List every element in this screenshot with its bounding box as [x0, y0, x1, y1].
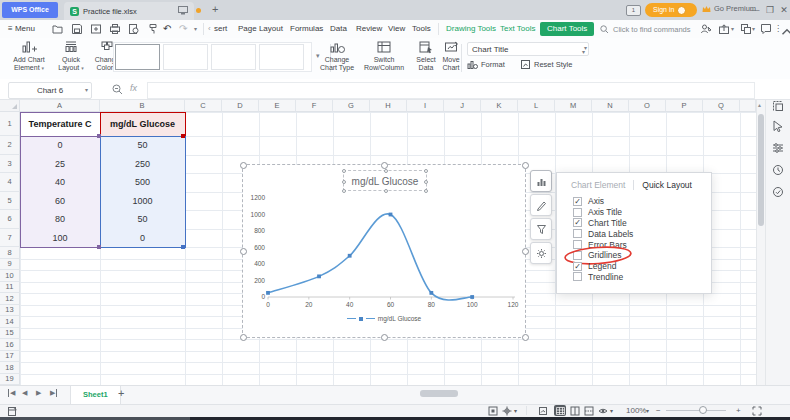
zoom-slider-track[interactable]: [666, 410, 726, 411]
redo-icon[interactable]: ↷: [179, 20, 187, 38]
zoom-out-button[interactable]: −: [656, 406, 661, 416]
column-header-J[interactable]: J: [444, 100, 481, 112]
row-header-8[interactable]: 8: [0, 247, 20, 259]
reading-eye-icon[interactable]: [598, 406, 608, 416]
chart-selection-handle[interactable]: [522, 334, 529, 341]
chart-selection-handle[interactable]: [522, 248, 529, 255]
change-chart-type-button[interactable]: Change Chart Type: [316, 40, 358, 73]
cell-A1[interactable]: Temperature C: [20, 112, 100, 136]
range-fill-handle[interactable]: [97, 245, 101, 249]
column-header-A[interactable]: A: [20, 100, 100, 112]
menu-tab-view[interactable]: View: [388, 20, 405, 38]
menu-tab-chart-tools-active[interactable]: Chart Tools: [540, 22, 594, 36]
undo-dropdown-icon[interactable]: ▾: [194, 20, 197, 38]
presentation-mode-icon[interactable]: [178, 6, 188, 15]
column-header-I[interactable]: I: [407, 100, 444, 112]
switch-dropdown-icon[interactable]: ▾: [752, 20, 755, 38]
row-header-17[interactable]: 17: [0, 351, 20, 363]
checkbox[interactable]: [573, 272, 582, 281]
range-fill-handle[interactable]: [97, 134, 101, 138]
menu-tab-text-tools[interactable]: Text Tools: [500, 20, 535, 38]
panel-item-axis[interactable]: ✓Axis: [557, 196, 711, 207]
panel-item-legend[interactable]: ✓Legend: [557, 261, 711, 272]
view-normal-icon[interactable]: [538, 406, 548, 416]
upload-dropdown-icon[interactable]: ▾: [731, 20, 734, 38]
cell-A7[interactable]: 100: [20, 229, 100, 248]
eye-dropdown-icon[interactable]: ▾: [610, 406, 613, 416]
chart-style-option[interactable]: [259, 44, 304, 70]
move-crosshair-icon[interactable]: [502, 406, 512, 416]
comment-icon[interactable]: [760, 23, 772, 35]
undo-icon[interactable]: ↶: [163, 20, 171, 38]
row-header-13[interactable]: 13: [0, 305, 20, 317]
view-grid-icon-selected[interactable]: [554, 405, 566, 416]
export-icon[interactable]: [90, 23, 102, 35]
zoom-in-button[interactable]: +: [736, 406, 741, 416]
sheet-stats-icon[interactable]: [8, 406, 18, 416]
row-header-18[interactable]: 18: [0, 362, 20, 374]
checkbox[interactable]: ✓: [573, 218, 582, 227]
chart-style-brush-button[interactable]: [530, 194, 552, 216]
close-button[interactable]: ✕: [777, 0, 790, 20]
compass-check-icon[interactable]: [772, 186, 784, 198]
checkbox[interactable]: [573, 208, 582, 217]
column-header-P[interactable]: P: [666, 100, 703, 112]
column-header-M[interactable]: M: [555, 100, 592, 112]
print-preview-icon[interactable]: [128, 23, 140, 35]
cell-B2[interactable]: 50: [100, 136, 185, 155]
column-header-D[interactable]: D: [222, 100, 259, 112]
row-header-4[interactable]: 4: [0, 173, 20, 192]
zoom-slider-knob[interactable]: [699, 406, 707, 414]
menu-tab-formulas[interactable]: Formulas: [290, 20, 323, 38]
panel-item-trendline[interactable]: Trendline: [557, 272, 711, 283]
view-page-layout-icon[interactable]: [570, 406, 580, 416]
menu-tab-data[interactable]: Data: [330, 20, 347, 38]
panel-item-data-labels[interactable]: Data Labels: [557, 228, 711, 239]
menu-tab-drawing-tools[interactable]: Drawing Tools: [446, 20, 496, 38]
sheet-tab-active[interactable]: Sheet1: [70, 386, 121, 404]
column-header-K[interactable]: K: [481, 100, 518, 112]
column-header-H[interactable]: H: [370, 100, 407, 112]
ribbon-more-icon[interactable]: ▾: [584, 44, 587, 51]
move-dropdown-icon[interactable]: ▾: [514, 406, 517, 416]
last-sheet-icon[interactable]: ▶: [50, 389, 57, 397]
chart-settings-button[interactable]: [530, 242, 552, 264]
row-header-5[interactable]: 5: [0, 192, 20, 211]
row-header-19[interactable]: 19: [0, 374, 20, 386]
cell-B6[interactable]: 50: [100, 210, 185, 229]
checkbox[interactable]: ✓: [573, 262, 582, 271]
row-header-9[interactable]: 9: [0, 259, 20, 271]
chart-selection-handle[interactable]: [381, 334, 388, 341]
print-icon[interactable]: [109, 23, 121, 35]
add-chart-element-button[interactable]: Add Chart Element ▾: [6, 40, 52, 73]
save-icon[interactable]: [71, 23, 83, 35]
panel-item-gridlines[interactable]: Gridlines: [557, 250, 711, 261]
chart-legend[interactable]: mg/dL Glucose: [243, 315, 525, 322]
switch-row-column-button[interactable]: Switch Row/Column: [358, 40, 410, 73]
cell-B4[interactable]: 500: [100, 173, 185, 192]
wps-office-menu-button[interactable]: WPS Office: [2, 2, 58, 18]
minimize-button[interactable]: —: [748, 0, 762, 20]
cell-B1[interactable]: mg/dL Glucose: [100, 112, 185, 136]
cell-A2[interactable]: 0: [20, 136, 100, 155]
name-box[interactable]: Chart 6 ▾: [8, 82, 92, 99]
cell-A5[interactable]: 60: [20, 192, 100, 211]
checkbox[interactable]: [573, 251, 582, 260]
sign-in-button[interactable]: Sign in: [645, 3, 697, 17]
adjust-sliders-icon[interactable]: [772, 142, 784, 154]
range-fill-handle[interactable]: [181, 134, 185, 138]
row-header-15[interactable]: 15: [0, 328, 20, 340]
column-header-B[interactable]: B: [100, 100, 185, 112]
cell-A4[interactable]: 40: [20, 173, 100, 192]
move-chart-button[interactable]: Move Chart: [434, 40, 468, 73]
zoom-dropdown-icon[interactable]: ▾: [646, 406, 649, 416]
column-header-C[interactable]: C: [185, 100, 222, 112]
row-header-16[interactable]: 16: [0, 339, 20, 351]
checkbox[interactable]: [573, 229, 582, 238]
menu-tab-tools[interactable]: Tools: [412, 20, 431, 38]
column-header-N[interactable]: N: [592, 100, 629, 112]
panel-item-error-bars[interactable]: Error Bars: [557, 239, 711, 250]
cell-A3[interactable]: 25: [20, 155, 100, 174]
reset-style-button[interactable]: Reset Style: [520, 59, 572, 70]
row-header-2[interactable]: 2: [0, 136, 20, 155]
